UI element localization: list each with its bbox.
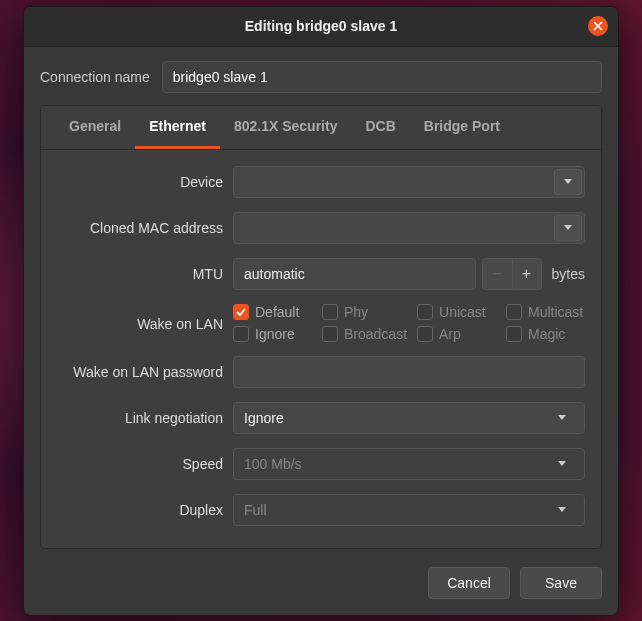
speed-row: Speed 100 Mb/s bbox=[57, 448, 585, 480]
wol-option-label: Ignore bbox=[255, 326, 295, 342]
dropdown-button[interactable] bbox=[548, 405, 576, 431]
tab-8021x[interactable]: 802.1X Security bbox=[220, 106, 352, 149]
tab-general[interactable]: General bbox=[55, 106, 135, 149]
mtu-label: MTU bbox=[57, 266, 223, 282]
wol-option-label: Unicast bbox=[439, 304, 486, 320]
dropdown-button[interactable] bbox=[548, 497, 576, 523]
titlebar: Editing bridge0 slave 1 bbox=[24, 7, 618, 47]
mtu-increment-button[interactable]: + bbox=[512, 258, 542, 290]
device-combo[interactable] bbox=[233, 166, 585, 198]
cloned-mac-dropdown-button[interactable] bbox=[554, 215, 582, 241]
wol-option-multicast[interactable]: Multicast bbox=[506, 304, 585, 320]
wol-option-label: Phy bbox=[344, 304, 368, 320]
duplex-label: Duplex bbox=[57, 502, 223, 518]
wol-option-phy[interactable]: Phy bbox=[322, 304, 407, 320]
checkbox-icon bbox=[233, 326, 249, 342]
ethernet-form: Device Cloned MAC address bbox=[41, 150, 601, 548]
wol-option-label: Broadcast bbox=[344, 326, 407, 342]
wol-option-default[interactable]: Default bbox=[233, 304, 312, 320]
dialog-footer: Cancel Save bbox=[24, 553, 618, 615]
save-button[interactable]: Save bbox=[520, 567, 602, 599]
close-icon bbox=[593, 21, 603, 31]
content-area: Connection name General Ethernet 802.1X … bbox=[24, 47, 618, 553]
mtu-input[interactable]: automatic bbox=[233, 258, 476, 290]
duplex-value: Full bbox=[244, 502, 267, 518]
mtu-stepper: − + bbox=[482, 258, 542, 290]
wol-option-label: Arp bbox=[439, 326, 461, 342]
link-negotiation-label: Link negotiation bbox=[57, 410, 223, 426]
link-negotiation-row: Link negotiation Ignore bbox=[57, 402, 585, 434]
connection-name-label: Connection name bbox=[40, 69, 150, 85]
wol-option-label: Multicast bbox=[528, 304, 583, 320]
duplex-row: Duplex Full bbox=[57, 494, 585, 526]
cloned-mac-combo[interactable] bbox=[233, 212, 585, 244]
device-label: Device bbox=[57, 174, 223, 190]
tab-bar: General Ethernet 802.1X Security DCB Bri… bbox=[41, 106, 601, 150]
checkbox-icon bbox=[233, 304, 249, 320]
mtu-value: automatic bbox=[244, 266, 305, 282]
dialog-window: Editing bridge0 slave 1 Connection name … bbox=[23, 6, 619, 616]
cloned-mac-row: Cloned MAC address bbox=[57, 212, 585, 244]
checkbox-icon bbox=[506, 304, 522, 320]
wol-password-row: Wake on LAN password bbox=[57, 356, 585, 388]
checkbox-icon bbox=[506, 326, 522, 342]
chevron-down-icon bbox=[558, 415, 566, 420]
link-negotiation-select[interactable]: Ignore bbox=[233, 402, 585, 434]
wol-row: Wake on LAN Default Phy Unicast bbox=[57, 304, 585, 342]
wol-password-input[interactable] bbox=[233, 356, 585, 388]
device-dropdown-button[interactable] bbox=[554, 169, 582, 195]
checkbox-icon bbox=[417, 326, 433, 342]
speed-value: 100 Mb/s bbox=[244, 456, 302, 472]
dropdown-button[interactable] bbox=[548, 451, 576, 477]
speed-select[interactable]: 100 Mb/s bbox=[233, 448, 585, 480]
wol-option-unicast[interactable]: Unicast bbox=[417, 304, 496, 320]
wol-option-magic[interactable]: Magic bbox=[506, 326, 585, 342]
tab-bridge-port[interactable]: Bridge Port bbox=[410, 106, 514, 149]
wol-option-arp[interactable]: Arp bbox=[417, 326, 496, 342]
settings-panel: General Ethernet 802.1X Security DCB Bri… bbox=[40, 105, 602, 549]
chevron-down-icon bbox=[564, 179, 572, 184]
tab-ethernet[interactable]: Ethernet bbox=[135, 106, 220, 149]
mtu-unit: bytes bbox=[552, 266, 585, 282]
device-row: Device bbox=[57, 166, 585, 198]
connection-name-row: Connection name bbox=[40, 61, 602, 93]
dialog-title: Editing bridge0 slave 1 bbox=[245, 18, 398, 34]
cancel-button[interactable]: Cancel bbox=[428, 567, 510, 599]
checkbox-icon bbox=[322, 326, 338, 342]
cloned-mac-label: Cloned MAC address bbox=[57, 220, 223, 236]
close-button[interactable] bbox=[588, 16, 608, 36]
wol-options: Default Phy Unicast Multicast bbox=[233, 304, 585, 342]
wol-option-label: Default bbox=[255, 304, 299, 320]
chevron-down-icon bbox=[558, 461, 566, 466]
checkbox-icon bbox=[417, 304, 433, 320]
checkbox-icon bbox=[322, 304, 338, 320]
chevron-down-icon bbox=[558, 507, 566, 512]
speed-label: Speed bbox=[57, 456, 223, 472]
duplex-select[interactable]: Full bbox=[233, 494, 585, 526]
chevron-down-icon bbox=[564, 225, 572, 230]
link-negotiation-value: Ignore bbox=[244, 410, 284, 426]
wol-option-broadcast[interactable]: Broadcast bbox=[322, 326, 407, 342]
connection-name-input[interactable] bbox=[162, 61, 602, 93]
wol-label: Wake on LAN bbox=[57, 304, 223, 332]
wol-password-label: Wake on LAN password bbox=[57, 364, 223, 380]
wol-option-ignore[interactable]: Ignore bbox=[233, 326, 312, 342]
wol-option-label: Magic bbox=[528, 326, 565, 342]
tab-dcb[interactable]: DCB bbox=[351, 106, 409, 149]
mtu-decrement-button[interactable]: − bbox=[482, 258, 512, 290]
mtu-row: MTU automatic − + bytes bbox=[57, 258, 585, 290]
